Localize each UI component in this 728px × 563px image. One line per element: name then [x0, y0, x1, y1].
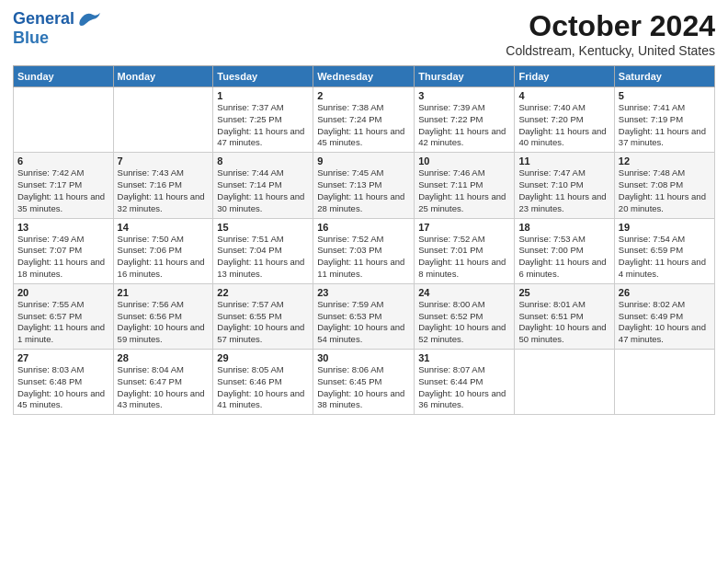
week-row-4: 20Sunrise: 7:55 AM Sunset: 6:57 PM Dayli… [14, 283, 715, 349]
day-info: Sunrise: 7:42 AM Sunset: 7:17 PM Dayligh… [17, 167, 109, 214]
day-info: Sunrise: 7:40 AM Sunset: 7:20 PM Dayligh… [518, 102, 609, 149]
weekday-header-thursday: Thursday [415, 66, 515, 87]
day-number: 21 [118, 287, 210, 298]
day-info: Sunrise: 8:05 AM Sunset: 6:46 PM Dayligh… [217, 364, 309, 411]
calendar-cell: 27Sunrise: 8:03 AM Sunset: 6:48 PM Dayli… [14, 350, 114, 415]
day-number: 5 [619, 90, 711, 101]
day-number: 17 [418, 222, 510, 233]
day-info: Sunrise: 7:50 AM Sunset: 7:06 PM Dayligh… [118, 234, 210, 281]
day-number: 3 [418, 90, 510, 101]
calendar-cell: 4Sunrise: 7:40 AM Sunset: 7:20 PM Daylig… [515, 87, 614, 153]
header: General Blue October 2024 Coldstream, Ke… [13, 9, 715, 58]
day-info: Sunrise: 7:46 AM Sunset: 7:11 PM Dayligh… [418, 167, 510, 214]
day-number: 8 [217, 155, 309, 167]
calendar-cell: 17Sunrise: 7:52 AM Sunset: 7:01 PM Dayli… [415, 218, 515, 283]
day-number: 11 [518, 155, 609, 167]
calendar-cell: 15Sunrise: 7:51 AM Sunset: 7:04 PM Dayli… [213, 218, 313, 283]
day-number: 23 [317, 287, 410, 298]
day-number: 27 [17, 352, 109, 363]
calendar-cell: 22Sunrise: 7:57 AM Sunset: 6:55 PM Dayli… [213, 283, 313, 349]
day-number: 6 [17, 155, 109, 167]
calendar-cell [14, 87, 114, 153]
calendar-header: SundayMondayTuesdayWednesdayThursdayFrid… [14, 66, 715, 87]
day-number: 15 [217, 222, 309, 233]
weekday-header-tuesday: Tuesday [213, 66, 313, 87]
day-number: 25 [518, 287, 609, 298]
day-info: Sunrise: 7:47 AM Sunset: 7:10 PM Dayligh… [518, 167, 609, 214]
day-info: Sunrise: 8:07 AM Sunset: 6:44 PM Dayligh… [418, 364, 510, 411]
day-number: 24 [418, 287, 510, 298]
calendar-cell [515, 350, 614, 415]
day-number: 29 [217, 352, 309, 363]
day-number: 7 [118, 155, 210, 167]
day-info: Sunrise: 7:52 AM Sunset: 7:03 PM Dayligh… [317, 234, 410, 281]
calendar-cell: 30Sunrise: 8:06 AM Sunset: 6:45 PM Dayli… [313, 350, 415, 415]
week-row-1: 1Sunrise: 7:37 AM Sunset: 7:25 PM Daylig… [14, 87, 715, 153]
calendar-cell: 14Sunrise: 7:50 AM Sunset: 7:06 PM Dayli… [113, 218, 213, 283]
day-number: 13 [17, 222, 109, 233]
calendar-cell: 28Sunrise: 8:04 AM Sunset: 6:47 PM Dayli… [113, 350, 213, 415]
day-info: Sunrise: 8:06 AM Sunset: 6:45 PM Dayligh… [317, 364, 410, 411]
day-info: Sunrise: 7:49 AM Sunset: 7:07 PM Dayligh… [17, 234, 109, 281]
title-area: October 2024 Coldstream, Kentucky, Unite… [506, 9, 715, 58]
calendar-body: 1Sunrise: 7:37 AM Sunset: 7:25 PM Daylig… [14, 87, 715, 415]
calendar-cell: 11Sunrise: 7:47 AM Sunset: 7:10 PM Dayli… [515, 153, 614, 218]
day-number: 19 [619, 222, 711, 233]
calendar-cell: 25Sunrise: 8:01 AM Sunset: 6:51 PM Dayli… [515, 283, 614, 349]
week-row-2: 6Sunrise: 7:42 AM Sunset: 7:17 PM Daylig… [14, 153, 715, 218]
day-info: Sunrise: 8:01 AM Sunset: 6:51 PM Dayligh… [518, 299, 609, 346]
day-info: Sunrise: 7:53 AM Sunset: 7:00 PM Dayligh… [518, 234, 609, 281]
calendar-cell: 6Sunrise: 7:42 AM Sunset: 7:17 PM Daylig… [14, 153, 114, 218]
day-info: Sunrise: 8:00 AM Sunset: 6:52 PM Dayligh… [418, 299, 510, 346]
month-title: October 2024 [506, 9, 715, 43]
day-info: Sunrise: 7:41 AM Sunset: 7:19 PM Dayligh… [619, 102, 711, 149]
calendar-cell [614, 350, 714, 415]
weekday-header-saturday: Saturday [614, 66, 714, 87]
day-info: Sunrise: 7:39 AM Sunset: 7:22 PM Dayligh… [418, 102, 510, 149]
location-subtitle: Coldstream, Kentucky, United States [506, 43, 715, 58]
calendar-cell: 19Sunrise: 7:54 AM Sunset: 6:59 PM Dayli… [614, 218, 714, 283]
day-info: Sunrise: 7:48 AM Sunset: 7:08 PM Dayligh… [619, 167, 711, 214]
day-number: 4 [518, 90, 609, 101]
day-number: 26 [619, 287, 711, 298]
day-info: Sunrise: 7:55 AM Sunset: 6:57 PM Dayligh… [17, 299, 109, 346]
day-info: Sunrise: 7:51 AM Sunset: 7:04 PM Dayligh… [217, 234, 309, 281]
calendar-cell: 31Sunrise: 8:07 AM Sunset: 6:44 PM Dayli… [415, 350, 515, 415]
weekday-header-wednesday: Wednesday [313, 66, 415, 87]
calendar-cell: 20Sunrise: 7:55 AM Sunset: 6:57 PM Dayli… [14, 283, 114, 349]
week-row-3: 13Sunrise: 7:49 AM Sunset: 7:07 PM Dayli… [14, 218, 715, 283]
day-info: Sunrise: 7:59 AM Sunset: 6:53 PM Dayligh… [317, 299, 410, 346]
calendar-cell: 5Sunrise: 7:41 AM Sunset: 7:19 PM Daylig… [614, 87, 714, 153]
calendar-cell: 2Sunrise: 7:38 AM Sunset: 7:24 PM Daylig… [313, 87, 415, 153]
day-number: 16 [317, 222, 410, 233]
day-info: Sunrise: 7:56 AM Sunset: 6:56 PM Dayligh… [118, 299, 210, 346]
day-info: Sunrise: 7:38 AM Sunset: 7:24 PM Dayligh… [317, 102, 410, 149]
calendar-cell: 24Sunrise: 8:00 AM Sunset: 6:52 PM Dayli… [415, 283, 515, 349]
calendar-cell: 12Sunrise: 7:48 AM Sunset: 7:08 PM Dayli… [614, 153, 714, 218]
calendar-cell: 18Sunrise: 7:53 AM Sunset: 7:00 PM Dayli… [515, 218, 614, 283]
day-number: 9 [317, 155, 410, 167]
logo-blue: Blue [13, 29, 49, 47]
day-info: Sunrise: 7:37 AM Sunset: 7:25 PM Dayligh… [217, 102, 309, 149]
page: General Blue October 2024 Coldstream, Ke… [0, 0, 728, 563]
weekday-header-sunday: Sunday [14, 66, 114, 87]
calendar-cell: 21Sunrise: 7:56 AM Sunset: 6:56 PM Dayli… [113, 283, 213, 349]
calendar-cell [113, 87, 213, 153]
day-info: Sunrise: 8:04 AM Sunset: 6:47 PM Dayligh… [118, 364, 210, 411]
day-info: Sunrise: 8:03 AM Sunset: 6:48 PM Dayligh… [17, 364, 109, 411]
logo-bird-icon [76, 9, 102, 29]
day-number: 20 [17, 287, 109, 298]
day-info: Sunrise: 7:57 AM Sunset: 6:55 PM Dayligh… [217, 299, 309, 346]
calendar-cell: 16Sunrise: 7:52 AM Sunset: 7:03 PM Dayli… [313, 218, 415, 283]
day-info: Sunrise: 7:54 AM Sunset: 6:59 PM Dayligh… [619, 234, 711, 281]
calendar-cell: 8Sunrise: 7:44 AM Sunset: 7:14 PM Daylig… [213, 153, 313, 218]
weekday-row: SundayMondayTuesdayWednesdayThursdayFrid… [14, 66, 715, 87]
day-number: 12 [619, 155, 711, 167]
logo: General Blue [13, 9, 102, 48]
calendar-cell: 7Sunrise: 7:43 AM Sunset: 7:16 PM Daylig… [113, 153, 213, 218]
day-info: Sunrise: 8:02 AM Sunset: 6:49 PM Dayligh… [619, 299, 711, 346]
logo-text: General [13, 10, 74, 29]
calendar-cell: 13Sunrise: 7:49 AM Sunset: 7:07 PM Dayli… [14, 218, 114, 283]
day-number: 22 [217, 287, 309, 298]
day-number: 1 [217, 90, 309, 101]
